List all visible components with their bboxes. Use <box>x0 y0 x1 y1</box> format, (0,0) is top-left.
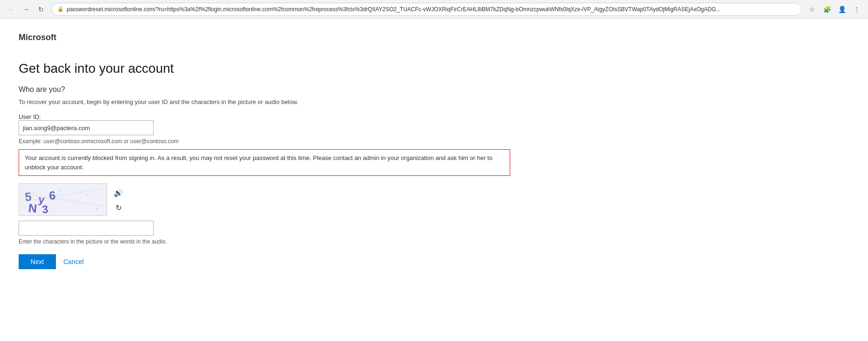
svg-point-11 <box>87 195 89 196</box>
captcha-svg: 5 y 6 N 3 <box>19 184 107 216</box>
lock-icon: 🔒 <box>57 6 64 12</box>
svg-text:3: 3 <box>41 203 49 216</box>
user-id-input[interactable] <box>19 120 154 135</box>
favorites-button[interactable]: ☆ <box>806 3 819 16</box>
svg-text:6: 6 <box>49 188 56 202</box>
url-text: passwordreset.microsoftonline.com/?ru=ht… <box>67 6 721 13</box>
microsoft-logo: Microsoft <box>19 33 401 42</box>
error-message: Your account is currently blocked from s… <box>25 154 492 171</box>
extensions-button[interactable]: 🧩 <box>820 3 834 16</box>
audio-icon: 🔊 <box>114 188 123 197</box>
svg-text:N: N <box>28 201 38 215</box>
captcha-controls: 🔊 ↻ <box>113 183 124 213</box>
button-row: Next Cancel <box>19 254 401 269</box>
nav-buttons: ← → ↻ <box>5 3 48 16</box>
reload-button[interactable]: ↻ <box>34 3 48 16</box>
error-box: Your account is currently blocked from s… <box>19 149 510 176</box>
page-title: Get back into your account <box>19 61 401 76</box>
next-button[interactable]: Next <box>19 254 56 269</box>
browser-chrome: ← → ↻ 🔒 passwordreset.microsoftonline.co… <box>0 0 868 19</box>
captcha-input[interactable] <box>19 221 154 236</box>
user-id-label: User ID: <box>19 113 41 120</box>
svg-point-10 <box>74 203 75 205</box>
captcha-hint: Enter the characters in the picture or t… <box>19 238 401 245</box>
back-button[interactable]: ← <box>5 3 18 16</box>
forward-button[interactable]: → <box>20 3 33 16</box>
svg-point-12 <box>96 208 97 209</box>
audio-captcha-button[interactable]: 🔊 <box>113 187 124 198</box>
captcha-image: 5 y 6 N 3 <box>19 183 107 216</box>
menu-button[interactable]: ⋮ <box>850 3 863 16</box>
page-content: Microsoft Get back into your account Who… <box>0 19 419 283</box>
svg-point-9 <box>60 190 62 191</box>
example-text: Example: user@contoso.onmicrosoft.com or… <box>19 138 401 145</box>
captcha-section: 5 y 6 N 3 🔊 ↻ <box>19 183 401 216</box>
captcha-input-area <box>19 221 401 236</box>
address-bar[interactable]: 🔒 passwordreset.microsoftonline.com/?ru=… <box>51 3 802 16</box>
refresh-captcha-button[interactable]: ↻ <box>113 202 124 213</box>
description-text: To recover your account, begin by enteri… <box>19 98 401 105</box>
browser-actions: ☆ 🧩 👤 ⋮ <box>806 3 863 16</box>
refresh-icon: ↻ <box>116 203 122 212</box>
profile-button[interactable]: 👤 <box>835 3 848 16</box>
cancel-button[interactable]: Cancel <box>62 254 86 269</box>
section-title: Who are you? <box>19 85 401 94</box>
